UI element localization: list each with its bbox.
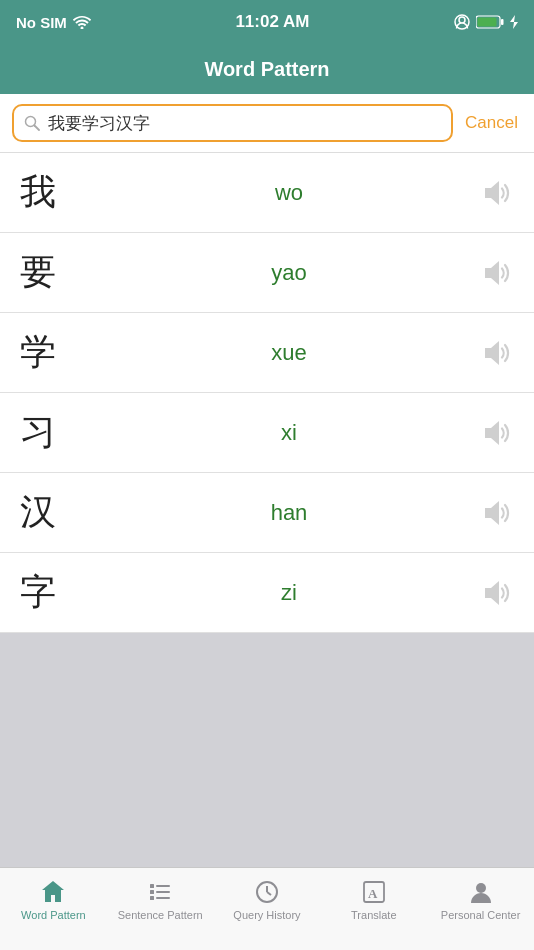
svg-marker-11 [485,501,499,525]
translate-icon: A [360,878,388,906]
word-pinyin: yao [100,260,478,286]
tab-personal-center-label: Personal Center [441,909,521,921]
svg-rect-2 [501,19,504,25]
search-input[interactable] [48,113,441,133]
clock-icon [253,878,281,906]
word-pinyin: xue [100,340,478,366]
page-title: Word Pattern [204,58,329,81]
svg-point-24 [476,883,486,893]
tab-translate-label: Translate [351,909,396,921]
sound-button[interactable] [478,495,514,531]
table-row[interactable]: 学 xue [0,313,534,393]
list-icon [146,878,174,906]
svg-rect-15 [150,890,154,894]
table-row[interactable]: 我 wo [0,153,534,233]
svg-marker-12 [485,581,499,605]
tab-bar: Word Pattern Sentence Pattern Query Hist… [0,867,534,950]
word-pinyin: xi [100,420,478,446]
sound-button[interactable] [478,575,514,611]
status-right [454,14,518,30]
svg-rect-3 [477,18,496,27]
tab-sentence-pattern[interactable]: Sentence Pattern [107,876,214,921]
table-row[interactable]: 习 xi [0,393,534,473]
home-icon [39,878,67,906]
word-list: 我 wo 要 yao 学 xue [0,153,534,633]
svg-text:A: A [368,886,378,901]
app-header: Word Pattern [0,44,534,94]
search-input-wrapper[interactable] [12,104,453,142]
carrier-label: No SIM [16,14,67,31]
svg-marker-4 [510,15,518,29]
tab-personal-center[interactable]: Personal Center [427,876,534,921]
word-character: 字 [20,568,100,617]
tab-query-history-label: Query History [233,909,300,921]
user-icon [454,14,470,30]
status-time: 11:02 AM [235,12,309,32]
svg-marker-10 [485,421,499,445]
sound-button[interactable] [478,335,514,371]
word-pinyin: zi [100,580,478,606]
svg-rect-18 [156,897,170,899]
status-left: No SIM [16,14,91,31]
cancel-button[interactable]: Cancel [461,113,522,133]
table-row[interactable]: 汉 han [0,473,534,553]
word-pinyin: han [100,500,478,526]
word-character: 我 [20,168,100,217]
svg-marker-9 [485,341,499,365]
svg-line-21 [267,892,271,895]
svg-rect-13 [150,884,154,888]
battery-icon [476,15,504,29]
tab-sentence-pattern-label: Sentence Pattern [118,909,203,921]
word-character: 学 [20,328,100,377]
word-character: 习 [20,408,100,457]
sound-button[interactable] [478,255,514,291]
person-icon [467,878,495,906]
table-row[interactable]: 要 yao [0,233,534,313]
sound-button[interactable] [478,175,514,211]
wifi-icon [73,15,91,29]
search-icon [24,115,40,131]
word-character: 要 [20,248,100,297]
table-row[interactable]: 字 zi [0,553,534,633]
tab-word-pattern-label: Word Pattern [21,909,86,921]
tab-word-pattern[interactable]: Word Pattern [0,876,107,921]
search-bar: Cancel [0,94,534,153]
sound-button[interactable] [478,415,514,451]
word-pinyin: wo [100,180,478,206]
svg-rect-16 [156,891,170,893]
tab-query-history[interactable]: Query History [214,876,321,921]
svg-line-6 [35,126,40,131]
svg-rect-14 [156,885,170,887]
status-bar: No SIM 11:02 AM [0,0,534,44]
svg-rect-17 [150,896,154,900]
charging-icon [510,15,518,29]
svg-marker-8 [485,261,499,285]
tab-translate[interactable]: A Translate [320,876,427,921]
word-character: 汉 [20,488,100,537]
svg-marker-7 [485,181,499,205]
